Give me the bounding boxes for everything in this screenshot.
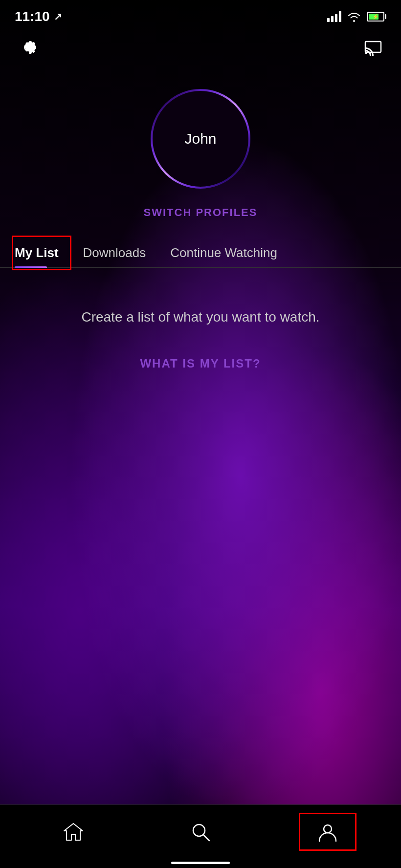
nav-home-button[interactable]	[47, 816, 99, 848]
signal-icon	[327, 11, 341, 22]
switch-profiles-button[interactable]: SWITCH PROFILES	[144, 206, 258, 219]
status-time: 11:10 ↗	[15, 9, 62, 24]
battery-icon: ⚡	[367, 12, 386, 22]
nav-search-button[interactable]	[175, 816, 226, 848]
wifi-icon	[347, 11, 361, 22]
location-arrow-icon: ↗	[54, 11, 62, 22]
home-indicator	[171, 862, 230, 864]
tab-continue-watching[interactable]: Continue Watching	[170, 239, 287, 267]
profile-section: John SWITCH PROFILES	[0, 70, 401, 219]
cast-button[interactable]	[360, 34, 386, 61]
tab-downloads-label: Downloads	[83, 245, 146, 260]
settings-button[interactable]	[15, 34, 41, 61]
empty-list-message: Create a list of what you want to watch.	[81, 307, 319, 327]
top-bar	[0, 29, 401, 70]
time-display: 11:10	[15, 9, 50, 24]
profile-name: John	[184, 130, 216, 147]
status-icons: ⚡	[327, 11, 386, 22]
what-is-my-list-button[interactable]: WHAT IS MY LIST?	[140, 357, 261, 370]
gear-icon	[17, 37, 39, 58]
tab-continue-watching-label: Continue Watching	[170, 245, 277, 260]
main-content: Create a list of what you want to watch.…	[0, 268, 401, 390]
tab-my-list[interactable]: My List	[15, 239, 68, 267]
bottom-nav	[0, 804, 401, 868]
tab-my-list-label: My List	[15, 245, 59, 260]
search-icon	[189, 821, 212, 843]
nav-profile-button[interactable]	[302, 816, 354, 848]
svg-point-5	[324, 825, 332, 833]
tabs-container: My List Downloads Continue Watching	[0, 239, 401, 268]
tab-downloads[interactable]: Downloads	[83, 239, 156, 267]
home-icon	[62, 821, 85, 843]
svg-line-4	[203, 835, 209, 841]
profile-icon	[316, 821, 339, 843]
profile-avatar[interactable]: John	[147, 85, 254, 193]
status-bar: 11:10 ↗ ⚡	[0, 0, 401, 29]
cast-icon	[362, 37, 384, 58]
